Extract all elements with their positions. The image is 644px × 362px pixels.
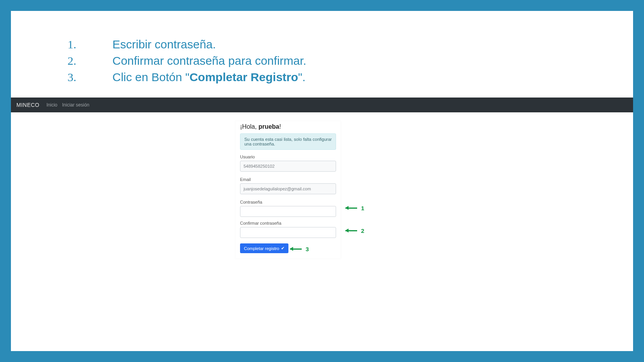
user-field — [240, 161, 336, 172]
button-label: Completar registro — [244, 246, 279, 251]
arrow-left-icon — [345, 230, 357, 231]
instruction-num: 2. — [68, 53, 112, 69]
instruction-text: Escribir contraseña. — [112, 36, 216, 53]
annotation-1: 1 — [345, 205, 364, 211]
email-field — [240, 183, 336, 194]
label-email: Email — [240, 177, 336, 182]
arrow-left-icon — [290, 248, 302, 250]
instruction-text: Clic en Botón "Completar Registro". — [112, 69, 306, 85]
annotation-number: 2 — [361, 227, 364, 234]
annotation-3: 3 — [290, 246, 309, 252]
nav-link-login[interactable]: Iniciar sesión — [62, 102, 89, 108]
navbar-brand[interactable]: MINECO — [16, 102, 39, 108]
info-alert: Su cuenta esta casi lista, solo falta co… — [240, 133, 336, 150]
annotation-2: 2 — [345, 227, 364, 234]
instructions-list: 1. Escribir contraseña. 2. Confirmar con… — [11, 11, 633, 95]
password-field[interactable] — [240, 206, 336, 217]
annotation-number: 1 — [361, 205, 364, 211]
registration-form-card: ¡Hola, prueba! Su cuenta esta casi lista… — [235, 121, 341, 259]
instruction-text: Confirmar contraseña para confirmar. — [112, 53, 306, 69]
check-icon: ✔ — [281, 246, 285, 251]
confirm-password-field[interactable] — [240, 227, 336, 238]
instruction-1: 1. Escribir contraseña. — [68, 36, 633, 53]
instruction-num: 3. — [68, 69, 112, 85]
complete-registration-button[interactable]: Completar registro ✔ — [240, 243, 288, 253]
instruction-2: 2. Confirmar contraseña para confirmar. — [68, 53, 633, 69]
label-password: Contraseña — [240, 200, 336, 204]
arrow-left-icon — [345, 208, 357, 209]
instruction-3: 3. Clic en Botón "Completar Registro". — [68, 69, 633, 85]
label-confirm-password: Confirmar contraseña — [240, 221, 336, 225]
annotation-number: 3 — [306, 246, 309, 252]
slide-frame: 1. Escribir contraseña. 2. Confirmar con… — [11, 11, 633, 351]
app-content-area: ¡Hola, prueba! Su cuenta esta casi lista… — [11, 112, 633, 351]
instruction-num: 1. — [68, 36, 112, 53]
label-user: Usuario — [240, 154, 336, 159]
navbar: MINECO Inicio Iniciar sesión — [11, 98, 633, 112]
nav-link-home[interactable]: Inicio — [46, 102, 57, 108]
greeting-heading: ¡Hola, prueba! — [240, 123, 336, 130]
